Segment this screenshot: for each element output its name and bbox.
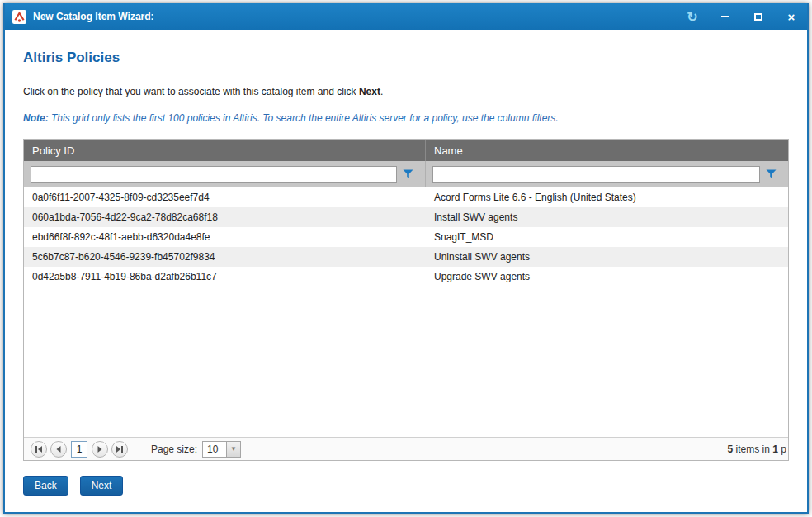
note-label: Note: (23, 112, 49, 124)
first-page-button[interactable] (31, 441, 47, 458)
note-body: This grid only lists the first 100 polic… (49, 112, 559, 124)
instruction-prefix: Click on the policy that you want to ass… (23, 86, 359, 97)
name-filter-cell (426, 161, 788, 187)
next-button[interactable]: Next (80, 476, 124, 496)
policy-id-cell[interactable]: 060a1bda-7056-4d22-9ca2-78d82ca68f18 (24, 207, 426, 227)
next-page-button[interactable] (92, 441, 108, 458)
column-header-name[interactable]: Name (426, 140, 788, 161)
back-button[interactable]: Back (23, 476, 68, 496)
name-cell[interactable]: Install SWV agents (426, 207, 788, 227)
items-summary: 5 items in 1 p (728, 443, 786, 455)
grid-body: 0a0f6f11-2007-4325-8f09-cd3235eef7d4Acor… (24, 187, 788, 437)
instruction-text: Click on the policy that you want to ass… (23, 86, 789, 97)
refresh-icon[interactable]: ↻ (685, 9, 700, 24)
maximize-button[interactable] (751, 9, 766, 24)
name-filter-input[interactable] (432, 166, 760, 183)
policy-id-cell[interactable]: ebd66f8f-892c-48f1-aebb-d6320da4e8fe (24, 227, 426, 247)
pages-count: 1 (772, 443, 778, 455)
page-title: Altiris Policies (23, 50, 789, 66)
chevron-down-icon[interactable]: ▼ (226, 442, 240, 457)
page-size-value: 10 (203, 442, 226, 457)
items-text: items in (733, 443, 772, 455)
policy-id-cell[interactable]: 0d42a5b8-7911-4b19-86ba-d2afb26b11c7 (24, 267, 426, 287)
name-cell[interactable]: Upgrade SWV agents (426, 267, 788, 287)
minimize-icon (721, 16, 729, 17)
minimize-button[interactable] (718, 9, 733, 24)
table-row[interactable]: 0d42a5b8-7911-4b19-86ba-d2afb26b11c7Upgr… (24, 267, 788, 287)
policy-id-filter-cell (24, 161, 426, 187)
name-cell[interactable]: SnagIT_MSD (426, 227, 788, 247)
close-icon: × (788, 11, 795, 23)
close-button[interactable]: × (784, 9, 799, 24)
pager: 1 Page size: 10 ▼ 5 items in 1 p (24, 437, 788, 460)
footer-buttons: Back Next (23, 476, 789, 496)
table-row[interactable]: 060a1bda-7056-4d22-9ca2-78d82ca68f18Inst… (24, 207, 788, 227)
titlebar[interactable]: New Catalog Item Wizard: ↻ × (5, 3, 807, 30)
name-filter-funnel-icon[interactable] (760, 165, 781, 183)
maximize-icon (754, 13, 762, 21)
table-row[interactable]: ebd66f8f-892c-48f1-aebb-d6320da4e8feSnag… (24, 227, 788, 247)
current-page-input[interactable]: 1 (71, 441, 87, 458)
table-row[interactable]: 5c6b7c87-b620-4546-9239-fb45702f9834Unin… (24, 247, 788, 267)
wizard-window: New Catalog Item Wizard: ↻ × Altiris Pol… (3, 3, 809, 514)
wizard-content: Altiris Policies Click on the policy tha… (5, 30, 807, 512)
grid-header: Policy ID Name (24, 140, 788, 161)
page-size-select[interactable]: 10 ▼ (202, 441, 241, 458)
window-title: New Catalog Item Wizard: (33, 11, 154, 22)
last-page-button[interactable] (111, 441, 128, 458)
prev-page-button[interactable] (50, 441, 67, 458)
instruction-suffix: . (380, 86, 383, 97)
table-row[interactable]: 0a0f6f11-2007-4325-8f09-cd3235eef7d4Acor… (24, 187, 788, 207)
note-text: Note: This grid only lists the first 100… (23, 112, 789, 124)
policies-grid: Policy ID Name 0a0f6f11-2007-4325-8 (23, 139, 789, 461)
column-header-policy-id[interactable]: Policy ID (24, 140, 426, 161)
policy-id-filter-input[interactable] (31, 166, 397, 183)
pages-text: p (778, 443, 786, 455)
instruction-next-word: Next (359, 86, 380, 97)
filter-row (24, 161, 788, 187)
app-icon (12, 9, 26, 24)
name-cell[interactable]: Acord Forms Lite 6.6 - English (United S… (426, 187, 788, 207)
name-cell[interactable]: Uninstall SWV agents (426, 247, 788, 267)
policy-id-cell[interactable]: 0a0f6f11-2007-4325-8f09-cd3235eef7d4 (24, 187, 426, 207)
policy-id-cell[interactable]: 5c6b7c87-b620-4546-9239-fb45702f9834 (24, 247, 426, 267)
policy-id-filter-funnel-icon[interactable] (397, 165, 418, 183)
page-size-label: Page size: (151, 443, 197, 455)
